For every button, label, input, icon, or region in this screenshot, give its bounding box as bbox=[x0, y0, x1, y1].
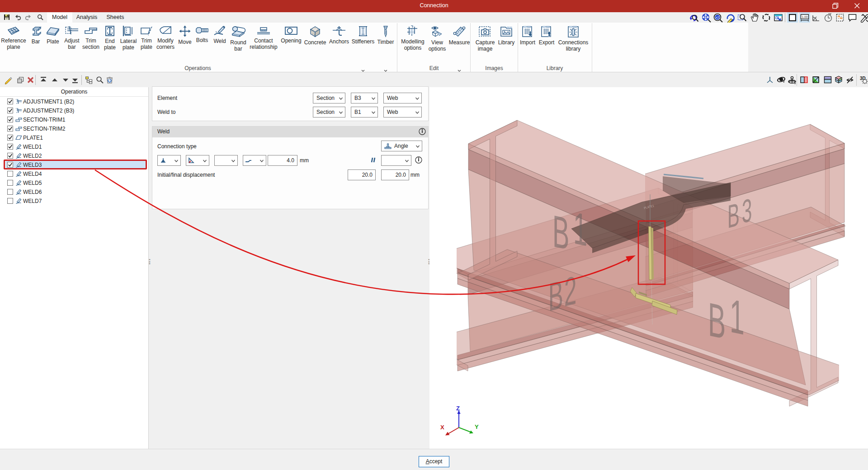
svg-text:B: B bbox=[548, 272, 563, 320]
svg-text:Z: Z bbox=[456, 405, 460, 412]
svg-text:Y: Y bbox=[475, 423, 479, 430]
svg-text:3: 3 bbox=[742, 191, 752, 230]
svg-text:B: B bbox=[727, 196, 740, 235]
svg-text:2: 2 bbox=[564, 268, 576, 315]
svg-text:1: 1 bbox=[730, 289, 745, 345]
svg-text:x2: x2 bbox=[716, 15, 719, 19]
svg-text:1.00: 1.00 bbox=[802, 15, 808, 19]
svg-text:B: B bbox=[552, 205, 569, 259]
svg-text:1: 1 bbox=[573, 202, 587, 255]
svg-text:B: B bbox=[708, 292, 726, 349]
svg-text:X: X bbox=[440, 424, 444, 431]
